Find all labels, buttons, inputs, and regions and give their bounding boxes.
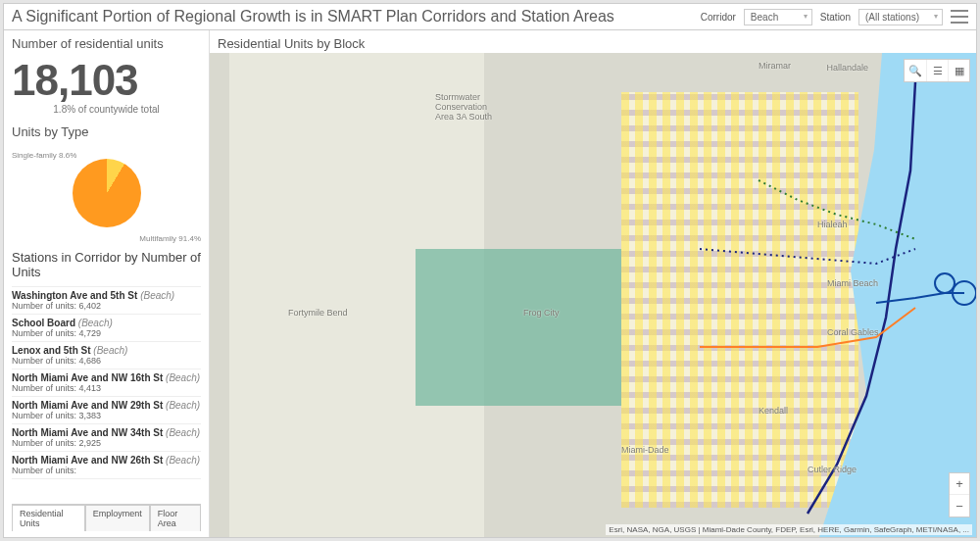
legend-icon[interactable]: ☰ [926, 60, 948, 81]
pie-chart: Single-family 8.6% Multifamily 91.4% [12, 145, 201, 243]
place-miramar: Miramar [759, 61, 791, 71]
station-row[interactable]: School Board (Beach)Number of units: 4,7… [12, 315, 201, 342]
place-conserv: Stormwater Conservation Area 3A South [435, 92, 492, 122]
title-bar: A Significant Portion of Regional Growth… [4, 4, 976, 30]
unit-count: 18,103 [12, 59, 201, 102]
station-row[interactable]: North Miami Ave and NW 29th St (Beach)Nu… [12, 397, 201, 424]
place-cutler: Cutler Ridge [808, 465, 857, 474]
place-coral: Coral Gables [827, 327, 879, 337]
corridor-select[interactable]: Beach [744, 9, 812, 25]
pie-label-multi: Multifamily 91.4% [139, 234, 201, 243]
station-row[interactable]: North Miami Ave and NW 34th St (Beach)Nu… [12, 424, 201, 452]
place-kendall: Kendall [759, 406, 788, 416]
place-hallandale: Hallandale [826, 63, 868, 73]
zoom-out-button[interactable]: − [950, 495, 969, 516]
place-frog: Frog City [523, 308, 560, 318]
count-subtitle: 1.8% of countywide total [12, 104, 201, 115]
tab-residential[interactable]: Residential Units [12, 505, 85, 531]
corridor-label: Corridor [701, 12, 736, 23]
pie-graphic [73, 159, 141, 227]
map-attribution: Esri, NASA, NGA, USGS | Miami-Dade Count… [606, 524, 972, 535]
basemap-icon[interactable]: ▦ [948, 60, 969, 81]
menu-icon[interactable] [951, 10, 968, 24]
stations-title: Stations in Corridor by Number of Units [12, 251, 201, 280]
station-list[interactable]: Washington Ave and 5th St (Beach)Number … [12, 286, 201, 502]
pie-label-single: Single-family 8.6% [12, 151, 76, 160]
station-row[interactable]: North Miami Ave and NW 16th St (Beach)Nu… [12, 369, 201, 397]
zoom-in-button[interactable]: + [950, 473, 969, 495]
type-title: Units by Type [12, 124, 201, 139]
place-mbeach: Miami Beach [827, 278, 878, 288]
station-label: Station [820, 12, 851, 23]
place-forty: Fortymile Bend [288, 308, 348, 318]
station-row[interactable]: Lenox and 5th St (Beach)Number of units:… [12, 342, 201, 369]
place-mdade: Miami-Dade [621, 445, 669, 455]
map-title: Residential Units by Block [210, 30, 976, 53]
map-canvas[interactable]: Miramar Hallandale Hialeah Coral Gables … [210, 53, 976, 537]
tab-floor-area[interactable]: Floor Area [150, 505, 201, 531]
station-select[interactable]: (All stations) [858, 9, 943, 25]
metric-tabs: Residential Units Employment Floor Area [12, 504, 201, 531]
station-row[interactable]: North Miami Ave and NW 26th St (Beach)Nu… [12, 452, 201, 479]
side-panel: Number of residential units 18,103 1.8% … [4, 30, 210, 537]
count-title: Number of residential units [12, 36, 201, 51]
tab-employment[interactable]: Employment [85, 505, 150, 531]
map-toolbar: 🔍 ☰ ▦ [904, 59, 970, 82]
place-hialeah: Hialeah [817, 220, 848, 229]
station-row[interactable]: Washington Ave and 5th St (Beach)Number … [12, 287, 201, 315]
zoom-control: + − [949, 472, 970, 517]
search-icon[interactable]: 🔍 [905, 60, 926, 81]
page-title: A Significant Portion of Regional Growth… [12, 8, 693, 25]
